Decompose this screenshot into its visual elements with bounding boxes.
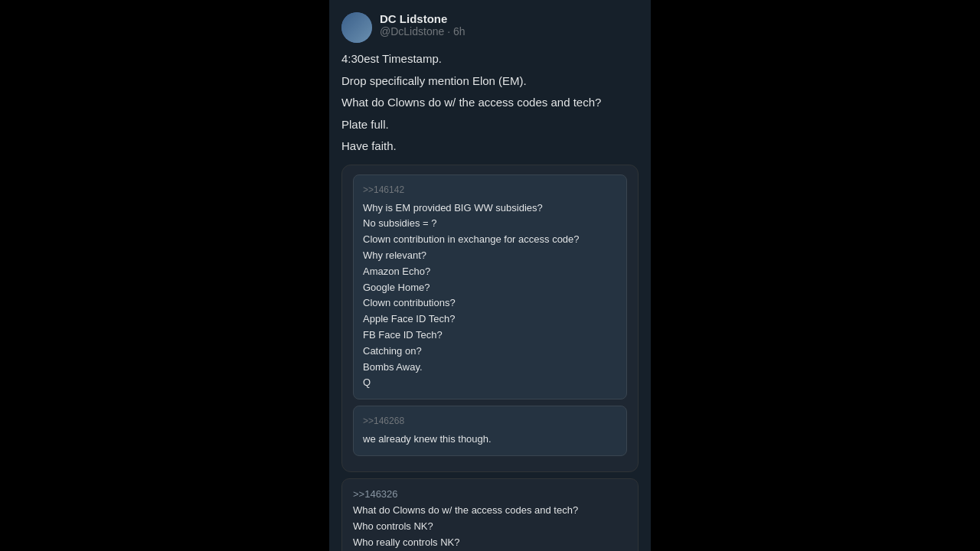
quoted-block: >>146142 Why is EM provided BIG WW subsi… [341,165,639,473]
outer-line-2: Who controls NK? [353,519,627,535]
reply-ref: >>146268 [363,414,617,429]
inner-line-9: FB Face ID Tech? [363,328,617,344]
body-line-2: Drop specifically mention Elon (EM). [341,73,639,90]
page-wrapper: DC Lidstone @DcLidstone · 6h 4:30est Tim… [0,0,980,551]
inner-line-7: Clown contributions? [363,295,617,311]
inner-line-6: Google Home? [363,280,617,296]
outer-block: >>146326 What do Clowns do w/ the access… [341,478,639,551]
inner-line-4: Why relevant? [363,248,617,264]
inner-line-5: Amazon Echo? [363,264,617,280]
outer-ref: >>146326 [353,488,627,500]
inner-line-10: Catching on? [363,344,617,360]
reply-text: we already knew this though. [363,432,617,448]
inner-line-8: Apple Face ID Tech? [363,311,617,328]
user-handle: @DcLidstone [380,25,444,37]
avatar [341,12,372,43]
user-info: DC Lidstone @DcLidstone · 6h [380,12,466,37]
user-handle-time: @DcLidstone · 6h [380,25,466,37]
body-line-4: Plate full. [341,116,639,134]
tweet-body: 4:30est Timestamp. Drop specifically men… [341,51,639,155]
inner-reply-text: >>146268 we already knew this though. [363,414,617,448]
inner-quoted-block: >>146142 Why is EM provided BIG WW subsi… [353,174,627,400]
inner-quoted-text: >>146142 Why is EM provided BIG WW subsi… [363,183,617,392]
body-line-3: What do Clowns do w/ the access codes an… [341,94,639,112]
body-line-5: Have faith. [341,138,639,155]
inner-line-11: Bombs Away. [363,360,617,376]
inner-reply-block: >>146268 we already knew this though. [353,406,627,456]
inner-line-1: Why is EM provided BIG WW subsidies? [363,201,617,217]
outer-line-1: What do Clowns do w/ the access codes an… [353,503,627,519]
tweet-header: DC Lidstone @DcLidstone · 6h [341,12,639,43]
outer-line-3: Who really controls NK? [353,535,627,551]
avatar-image [341,12,372,43]
user-name: DC Lidstone [380,12,466,25]
inner-line-2: No subsidies = ? [363,216,617,232]
inner-line-12: Q [363,375,617,391]
inner-line-3: Clown contribution in exchange for acces… [363,232,617,248]
inner-ref: >>146142 [363,183,617,197]
body-line-1: 4:30est Timestamp. [341,51,639,68]
tweet-time: 6h [453,25,466,37]
outer-text: What do Clowns do w/ the access codes an… [353,503,627,551]
tweet-card: DC Lidstone @DcLidstone · 6h 4:30est Tim… [329,0,651,551]
